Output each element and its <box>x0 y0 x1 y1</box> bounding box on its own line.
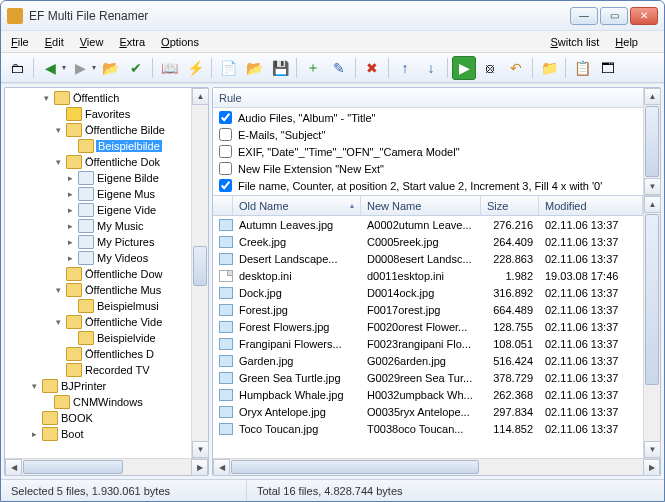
collapse-icon[interactable]: ▾ <box>53 125 64 136</box>
tree-item[interactable]: CNMWindows <box>5 394 191 410</box>
scroll-left-icon[interactable]: ◀ <box>213 459 230 476</box>
tree-item[interactable]: Beispielbilde <box>5 138 191 154</box>
delete-button[interactable]: ✖ <box>360 56 384 80</box>
rule-checkbox[interactable] <box>219 162 232 175</box>
rule-row[interactable]: New File Extension "New Ext" <box>213 160 643 177</box>
scroll-right-icon[interactable]: ▶ <box>191 459 208 476</box>
scroll-down-icon[interactable]: ▼ <box>644 441 661 458</box>
tree-item[interactable]: ▸Boot <box>5 426 191 442</box>
menu-options[interactable]: Options <box>161 36 199 48</box>
menu-help[interactable]: Help <box>615 36 638 48</box>
tree-item[interactable]: Öffentliches D <box>5 346 191 362</box>
minimize-button[interactable]: — <box>570 7 598 25</box>
collapse-icon[interactable]: ▾ <box>53 157 64 168</box>
tree-item[interactable]: BOOK <box>5 410 191 426</box>
expand-icon[interactable]: ▸ <box>65 173 76 184</box>
tree-item[interactable]: Beispielmusi <box>5 298 191 314</box>
tree-item[interactable]: Favorites <box>5 106 191 122</box>
table-row[interactable]: Toco Toucan.jpgT0038oco Toucan...114.852… <box>213 420 643 437</box>
tree-item[interactable]: Beispielvide <box>5 330 191 346</box>
rule-row[interactable]: Audio Files, "Album" - "Title" <box>213 109 643 126</box>
tree-scrollbar-h[interactable]: ◀ ▶ <box>5 458 208 475</box>
rule-row[interactable]: E-Mails, "Subject" <box>213 126 643 143</box>
expand-icon[interactable]: ▸ <box>65 253 76 264</box>
forward-dropdown[interactable]: ▾ <box>92 63 96 72</box>
table-row[interactable]: Green Sea Turtle.jpgG0029reen Sea Tur...… <box>213 369 643 386</box>
expand-icon[interactable]: ▸ <box>65 205 76 216</box>
rule-checkbox[interactable] <box>219 128 232 141</box>
add-rule-button[interactable]: ＋ <box>301 56 325 80</box>
tree-item[interactable]: Recorded TV <box>5 362 191 378</box>
col-new-name[interactable]: New Name <box>361 196 481 215</box>
collapse-icon[interactable]: ▾ <box>29 381 40 392</box>
rules-scrollbar-v[interactable]: ▲ ▼ <box>643 88 660 195</box>
rule-checkbox[interactable] <box>219 179 232 192</box>
col-icon[interactable] <box>213 196 233 215</box>
back-dropdown[interactable]: ▾ <box>62 63 66 72</box>
tree-item[interactable]: ▾Öffentliche Vide <box>5 314 191 330</box>
move-up-button[interactable]: ↑ <box>393 56 417 80</box>
tree-item[interactable]: ▾Öffentliche Dok <box>5 154 191 170</box>
table-row[interactable]: Dock.jpgD0014ock.jpg316.89202.11.06 13:3… <box>213 284 643 301</box>
back-button[interactable]: ◀ <box>38 56 62 80</box>
expand-icon[interactable]: ▸ <box>65 237 76 248</box>
tree-toggle-button[interactable]: 🗀 <box>5 56 29 80</box>
table-row[interactable]: Oryx Antelope.jpgO0035ryx Antelope...297… <box>213 403 643 420</box>
scroll-up-icon[interactable]: ▲ <box>644 196 661 213</box>
tree-scrollbar-v[interactable]: ▲ ▼ <box>191 88 208 458</box>
open-button[interactable]: 📂 <box>242 56 266 80</box>
apply-button[interactable]: ▶ <box>452 56 476 80</box>
tree-item[interactable]: Öffentliche Dow <box>5 266 191 282</box>
table-row[interactable]: Creek.jpgC0005reek.jpg264.40902.11.06 13… <box>213 233 643 250</box>
table-row[interactable]: Humpback Whale.jpgH0032umpback Wh...262.… <box>213 386 643 403</box>
col-old-name[interactable]: Old Name▴ <box>233 196 361 215</box>
expand-icon[interactable]: ▸ <box>65 221 76 232</box>
scroll-up-icon[interactable]: ▲ <box>644 88 661 105</box>
scroll-up-icon[interactable]: ▲ <box>192 88 209 105</box>
close-button[interactable]: ✕ <box>630 7 658 25</box>
rule-checkbox[interactable] <box>219 111 232 124</box>
menu-file[interactable]: File <box>11 36 29 48</box>
table-row[interactable]: Forest Flowers.jpgF0020orest Flower...12… <box>213 318 643 335</box>
col-size[interactable]: Size <box>481 196 539 215</box>
rule-checkbox[interactable] <box>219 145 232 158</box>
forward-button[interactable]: ▶ <box>68 56 92 80</box>
refresh-button[interactable]: ✔ <box>124 56 148 80</box>
tree-item[interactable]: ▸My Videos <box>5 250 191 266</box>
titlebar[interactable]: EF Multi File Renamer — ▭ ✕ <box>1 1 664 31</box>
rule-row[interactable]: EXIF, "Date"_"Time"_"OFN"_"Camera Model" <box>213 143 643 160</box>
rules-header[interactable]: Rule <box>213 88 643 108</box>
table-row[interactable]: Autumn Leaves.jpgA0002utumn Leave...276.… <box>213 216 643 233</box>
menu-edit[interactable]: Edit <box>45 36 64 48</box>
expand-icon[interactable]: ▸ <box>29 429 40 440</box>
tree-item[interactable]: ▸My Pictures <box>5 234 191 250</box>
new-button[interactable]: 📄 <box>216 56 240 80</box>
stop-button[interactable]: ⦻ <box>478 56 502 80</box>
scroll-down-icon[interactable]: ▼ <box>644 178 661 195</box>
tree-item[interactable]: ▾Öffentliche Mus <box>5 282 191 298</box>
bookmarks-button[interactable]: 📖 <box>157 56 181 80</box>
expand-icon[interactable]: ▸ <box>65 189 76 200</box>
flash-button[interactable]: ⚡ <box>183 56 207 80</box>
grid-scrollbar-v[interactable]: ▲ ▼ <box>643 196 660 458</box>
collapse-icon[interactable]: ▾ <box>53 285 64 296</box>
window-button[interactable]: 🗔 <box>596 56 620 80</box>
tree-item[interactable]: ▾BJPrinter <box>5 378 191 394</box>
edit-rule-button[interactable]: ✎ <box>327 56 351 80</box>
menu-view[interactable]: View <box>80 36 104 48</box>
tree-item[interactable]: ▸Eigene Bilde <box>5 170 191 186</box>
tree-item[interactable]: ▾Öffentlich <box>5 90 191 106</box>
move-down-button[interactable]: ↓ <box>419 56 443 80</box>
rule-row[interactable]: File name, Counter, at position 2, Start… <box>213 177 643 194</box>
tree-item[interactable]: ▸My Music <box>5 218 191 234</box>
table-row[interactable]: Frangipani Flowers...F0023rangipani Flo.… <box>213 335 643 352</box>
grid-scrollbar-h[interactable]: ◀ ▶ <box>213 458 660 475</box>
table-row[interactable]: Forest.jpgF0017orest.jpg664.48902.11.06 … <box>213 301 643 318</box>
scroll-right-icon[interactable]: ▶ <box>643 459 660 476</box>
tree-item[interactable]: ▸Eigene Vide <box>5 202 191 218</box>
table-row[interactable]: desktop.inid0011esktop.ini1.98219.03.08 … <box>213 267 643 284</box>
tree-item[interactable]: ▸Eigene Mus <box>5 186 191 202</box>
maximize-button[interactable]: ▭ <box>600 7 628 25</box>
col-modified[interactable]: Modified <box>539 196 643 215</box>
undo-button[interactable]: ↶ <box>504 56 528 80</box>
